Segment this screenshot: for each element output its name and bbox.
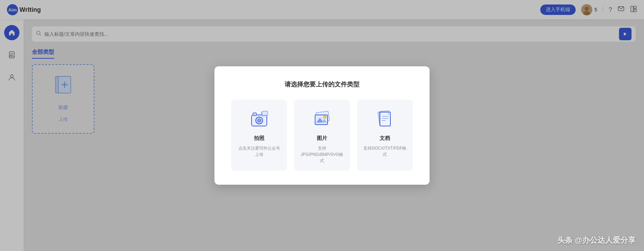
photo-option-title: 拍照 xyxy=(254,135,264,142)
modal-title: 请选择您要上传的文件类型 xyxy=(231,80,413,89)
photo-option-desc: 点击关注爱写作公众号上传 xyxy=(237,145,281,158)
modal-option-image[interactable]: 图片 支持JPG/PNG/BMP/SVG格式 xyxy=(294,100,350,171)
svg-point-17 xyxy=(257,118,261,123)
upload-type-modal: 请选择您要上传的文件类型 xyxy=(214,66,430,185)
document-icon xyxy=(375,109,395,132)
modal-option-document[interactable]: 文档 支持DOCX/TXT/PDF格式 xyxy=(357,100,413,171)
modal-options: 拍照 点击关注爱写作公众号上传 xyxy=(231,100,413,171)
svg-rect-20 xyxy=(262,111,268,116)
modal-option-photo[interactable]: 拍照 点击关注爱写作公众号上传 xyxy=(231,100,287,171)
document-option-title: 文档 xyxy=(380,135,390,142)
photo-icon xyxy=(249,109,269,132)
image-option-title: 图片 xyxy=(317,135,327,142)
modal-overlay: 请选择您要上传的文件类型 xyxy=(0,0,644,251)
image-icon xyxy=(312,109,332,132)
image-option-desc: 支持JPG/PNG/BMP/SVG格式 xyxy=(299,145,344,164)
svg-point-25 xyxy=(323,116,326,118)
document-option-desc: 支持DOCX/TXT/PDF格式 xyxy=(363,145,407,158)
svg-rect-18 xyxy=(253,113,256,116)
